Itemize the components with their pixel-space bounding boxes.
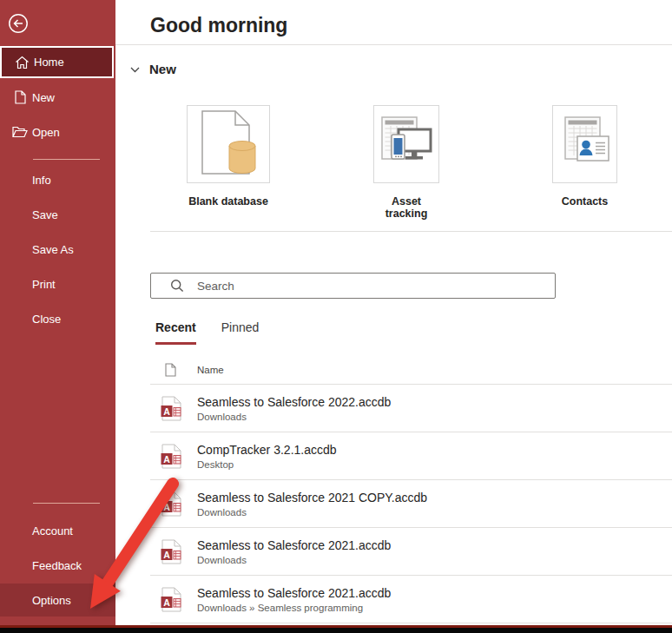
file-location: Downloads [197, 412, 391, 422]
sidebar-item-home[interactable]: Home [0, 46, 114, 78]
sidebar-item-feedback[interactable]: Feedback [0, 555, 115, 576]
file-tabs: Recent Pinned [155, 320, 259, 345]
search-input[interactable] [197, 280, 555, 293]
sidebar-item-label: New [32, 91, 55, 104]
sidebar-divider [33, 159, 100, 160]
sidebar-item-save-as[interactable]: Save As [0, 239, 115, 260]
file-name: Seamless to Salesforce 2021 COPY.accdb [197, 491, 427, 504]
file-location: Downloads [197, 507, 427, 518]
new-file-icon [11, 90, 29, 104]
svg-text:A: A [163, 453, 170, 464]
sidebar-item-close[interactable]: Close [0, 308, 115, 329]
access-file-icon: A [161, 587, 182, 612]
chevron-down-icon [130, 61, 140, 76]
sidebar-item-open[interactable]: Open [0, 122, 115, 142]
tab-pinned[interactable]: Pinned [221, 320, 260, 345]
sidebar-item-label: Save As [32, 243, 74, 256]
column-header-name[interactable]: Name [197, 365, 224, 375]
sidebar-item-label: Save [32, 208, 58, 221]
sidebar-item-print[interactable]: Print [0, 274, 115, 294]
blank-database-icon [199, 109, 258, 179]
file-location: Downloads » Seamless programming [197, 603, 391, 613]
template-label[interactable]: Contacts [552, 195, 617, 208]
file-row[interactable]: A Seamless to Salesforce 2021.accdb Down… [150, 528, 672, 576]
document-icon [165, 363, 176, 377]
sidebar-item-label: Options [32, 594, 71, 607]
template-label[interactable]: Asset tracking [373, 195, 439, 220]
file-row[interactable]: A Seamless to Salesforce 2021.accdb Down… [150, 576, 672, 623]
access-file-icon: A [161, 444, 182, 469]
sidebar-item-label: Home [34, 56, 64, 69]
template-card-asset-tracking[interactable] [373, 105, 439, 183]
template-card-blank-database[interactable] [187, 105, 270, 183]
svg-text:A: A [163, 597, 170, 607]
access-file-icon: A [161, 539, 182, 564]
sidebar-item-options[interactable]: Options [0, 584, 115, 617]
back-button[interactable] [7, 12, 30, 35]
bottom-black-bar [0, 628, 672, 633]
file-row[interactable]: A CompTracker 3.2.1.accdb Desktop [150, 432, 672, 480]
new-section-label: New [149, 62, 176, 76]
file-name: CompTracker 3.2.1.accdb [197, 443, 337, 457]
file-row[interactable]: A Seamless to Salesforce 2021 COPY.accdb… [150, 480, 672, 528]
template-card-contacts[interactable] [552, 105, 617, 183]
sidebar-item-label: Print [32, 278, 56, 291]
file-name: Seamless to Salesforce 2021.accdb [197, 538, 391, 552]
sidebar-item-label: Open [32, 126, 60, 139]
sidebar-item-save[interactable]: Save [0, 204, 115, 225]
template-label[interactable]: Blank database [187, 195, 270, 208]
sidebar-item-new[interactable]: New [0, 87, 115, 108]
sidebar-item-label: Feedback [32, 559, 82, 572]
new-section-header[interactable]: New [130, 61, 176, 76]
file-location: Downloads [197, 555, 391, 565]
sidebar-item-label: Info [32, 174, 51, 187]
tab-recent[interactable]: Recent [155, 320, 196, 345]
asset-tracking-icon [380, 115, 432, 173]
access-file-icon: A [161, 396, 182, 421]
back-arrow-icon [7, 23, 30, 37]
svg-text:A: A [163, 501, 170, 511]
sidebar-item-label: Close [32, 313, 61, 326]
search-icon [170, 279, 184, 293]
file-row[interactable]: A Seamless to Salesforce 2022.accdb Down… [150, 385, 672, 432]
sidebar-item-label: Account [32, 524, 73, 537]
sidebar-divider [33, 503, 100, 504]
file-location: Desktop [197, 459, 337, 470]
backstage-sidebar: Home New Open Info Save S [0, 0, 115, 633]
file-name: Seamless to Salesforce 2022.accdb [197, 395, 391, 409]
search-box [150, 273, 556, 299]
sidebar-item-account[interactable]: Account [0, 520, 115, 541]
file-name: Seamless to Salesforce 2021.accdb [197, 586, 391, 600]
access-backstage-window: Home New Open Info Save S [0, 0, 672, 633]
page-title: Good morning [150, 14, 287, 37]
access-file-icon: A [161, 491, 182, 517]
svg-text:A: A [163, 549, 170, 559]
sidebar-item-info[interactable]: Info [0, 169, 115, 190]
contacts-icon [560, 115, 610, 173]
svg-text:A: A [163, 406, 170, 416]
header-divider [115, 44, 672, 45]
home-icon [13, 56, 30, 69]
list-header: Name [150, 355, 672, 385]
section-divider [150, 231, 672, 232]
open-folder-icon [11, 126, 29, 138]
recent-files-list: Name A Seamless to Salesforce 2022.accdb… [150, 355, 672, 623]
